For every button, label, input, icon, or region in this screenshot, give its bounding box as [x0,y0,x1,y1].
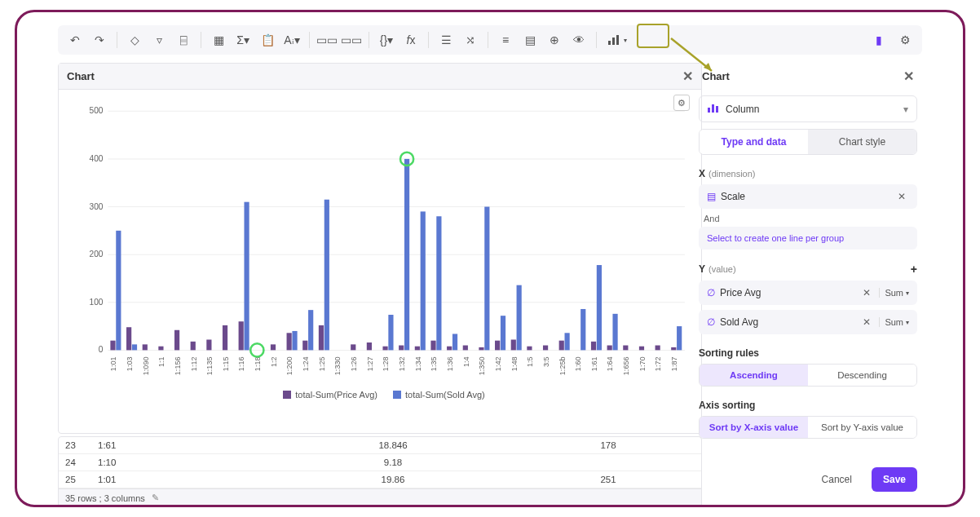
svg-rect-89 [597,265,602,350]
cancel-button[interactable]: Cancel [810,467,863,492]
svg-rect-57 [404,159,409,350]
svg-rect-88 [591,342,596,351]
align-icon[interactable]: ≡ [495,29,516,51]
y-field-remove-icon[interactable]: ✕ [859,316,874,328]
braces-icon[interactable]: {}▾ [376,29,397,51]
svg-rect-65 [447,347,452,351]
sigma-icon[interactable]: Σ▾ [232,29,254,51]
y-field-pill[interactable]: ∅Price Avg✕Sum ▾ [699,281,917,305]
table-row: 251:0119.86251 [59,471,701,488]
svg-rect-106 [712,104,714,113]
align2-icon[interactable]: ▤ [519,29,541,51]
svg-rect-46 [324,200,329,351]
svg-text:1:5: 1:5 [526,356,534,367]
merge-icon[interactable]: ◇ [124,29,145,51]
chart-button[interactable]: ▾ [603,29,631,51]
svg-text:1:156: 1:156 [174,356,182,375]
svg-rect-0 [608,41,611,45]
table-icon[interactable]: ▦ [208,29,229,51]
svg-text:1:03: 1:03 [126,356,134,371]
svg-rect-73 [495,341,500,351]
svg-rect-84 [565,333,570,350]
svg-text:100: 100 [90,298,104,307]
hierarchy-icon[interactable]: ☰ [435,29,457,51]
svg-rect-42 [302,341,307,351]
group-hint[interactable]: Select to create one line per group [699,227,917,250]
svg-rect-43 [308,310,313,350]
fx-icon[interactable]: fx [400,29,422,51]
svg-rect-23 [158,347,163,351]
agg-select[interactable]: Sum ▾ [879,288,909,298]
svg-text:300: 300 [90,202,104,211]
chart-type-select[interactable]: Column ▾ [699,95,917,122]
link-icon[interactable]: ⊕ [544,29,565,51]
redo-button[interactable]: ↷ [89,29,110,51]
svg-rect-100 [671,347,676,351]
agg-select[interactable]: Sum ▾ [879,317,909,327]
svg-rect-96 [639,347,644,351]
chart-panel: Chart ✕ ⚙ 01002003004005001:011:031:0901… [58,63,702,434]
svg-text:3:5: 3:5 [542,356,550,367]
svg-text:0: 0 [99,345,104,354]
and-label: And [704,214,917,223]
chart-panel-close-icon[interactable]: ✕ [682,68,693,84]
svg-rect-81 [543,346,548,351]
svg-rect-53 [382,347,387,351]
svg-rect-74 [501,316,505,350]
sort-by-y-button[interactable]: Sort by Y-axis value [808,417,916,438]
svg-rect-63 [436,216,441,350]
y-field-pill[interactable]: ∅Sold Avg✕Sum ▾ [699,310,917,334]
svg-text:1:64: 1:64 [606,356,614,371]
chart-panel-header: Chart ✕ [59,64,701,90]
font-icon[interactable]: Aᵢ▾ [281,29,302,51]
sort-by-x-button[interactable]: Sort by X-axis value [700,417,808,438]
chart-small-icon[interactable]: ⌸ [173,29,194,51]
tab-chart-style[interactable]: Chart style [808,130,916,154]
svg-rect-94 [623,346,628,351]
eye-icon[interactable]: 👁 [568,29,589,51]
filter-icon[interactable]: ▿ [148,29,170,51]
svg-text:1:12: 1:12 [190,356,198,371]
data-table: 231:6118.846178241:109.18251:0119.86251 … [58,436,702,507]
grid1-icon[interactable]: ▭▭ [316,29,338,51]
add-y-series-button[interactable]: + [911,263,917,276]
grid2-icon[interactable]: ▭▭ [341,29,362,51]
save-button[interactable]: Save [872,467,917,492]
tab-type-and-data[interactable]: Type and data [700,130,808,154]
svg-rect-39 [287,333,292,350]
edit-icon[interactable]: ✎ [152,493,159,503]
svg-rect-70 [479,347,483,351]
sort-asc-button[interactable]: Ascending [700,365,808,386]
svg-text:1:35: 1:35 [430,356,438,371]
chart-settings-icon[interactable]: ⚙ [673,95,690,111]
table-footer: 35 rows ; 3 columns ✎ [59,488,701,506]
spark-icon[interactable]: ⤭ [460,29,481,51]
sorting-rules-label: Sorting rules [699,347,917,359]
svg-rect-31 [223,325,227,350]
svg-rect-27 [191,342,196,351]
svg-text:1:16: 1:16 [237,356,245,371]
svg-text:1:32: 1:32 [398,356,406,371]
svg-rect-29 [206,339,211,350]
svg-rect-40 [292,331,297,350]
config-panel-close-icon[interactable]: ✕ [903,68,914,84]
book-icon[interactable]: ▮ [868,29,890,51]
svg-text:1:61: 1:61 [590,356,598,371]
svg-text:1:330: 1:330 [333,356,342,375]
undo-button[interactable]: ↶ [64,29,86,51]
svg-text:1:87: 1:87 [670,356,678,371]
tabs: Type and data Chart style [699,129,917,155]
settings-icon[interactable]: ⚙ [894,29,916,51]
x-field-remove-icon[interactable]: ✕ [894,191,909,202]
x-field-pill[interactable]: ▤ Scale ✕ [699,184,917,209]
svg-rect-1 [612,38,615,45]
toolbar: ↶ ↷ ◇ ▿ ⌸ ▦ Σ▾ 📋 Aᵢ▾ ▭▭ ▭▭ {}▾ fx ☰ ⤭ ≡ … [58,25,922,55]
svg-rect-19 [132,344,137,350]
svg-text:1:60: 1:60 [574,356,582,371]
y-field-remove-icon[interactable]: ✕ [859,287,874,298]
svg-rect-62 [430,341,435,351]
svg-rect-21 [143,344,148,350]
sort-desc-button[interactable]: Descending [808,365,916,386]
svg-text:1:18: 1:18 [254,356,262,371]
clipboard-icon[interactable]: 📋 [257,29,278,51]
